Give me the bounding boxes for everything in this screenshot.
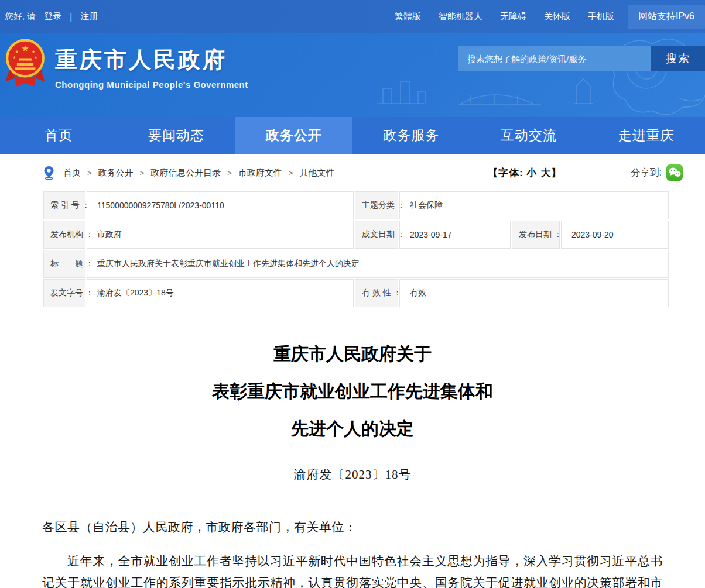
nav-item-interaction[interactable]: 互动交流: [470, 117, 588, 154]
issuing-agency-value: 市政府: [87, 221, 354, 249]
index-number-value: 11500000009275780L/2023-00110: [87, 191, 354, 219]
wechat-share-icon[interactable]: [666, 164, 683, 181]
share-label: 分享到:: [631, 167, 662, 179]
doc-title-label: 标 题 ：: [43, 250, 85, 278]
nav-item-home[interactable]: 首页: [0, 117, 118, 154]
crumb-info-catalog[interactable]: 政府信息公开目录: [150, 167, 221, 178]
search-input[interactable]: [458, 46, 651, 71]
publish-date-value: 2023-09-20: [561, 221, 669, 249]
location-pin-icon: [43, 166, 54, 180]
accessibility-link[interactable]: 无障碍: [491, 11, 535, 22]
crumb-gov-disclosure[interactable]: 政务公开: [98, 167, 134, 178]
share-group: 分享到:: [631, 164, 683, 181]
doc-number-value: 渝府发〔2023〕18号: [87, 279, 354, 307]
site-name: 重庆市人民政府: [55, 45, 248, 75]
topbar-account-area: 您好, 请 登录 | 注册: [0, 11, 98, 22]
document-meta-table: 索 引 号 ： 11500000009275780L/2023-00110 主题…: [42, 190, 670, 308]
meta-row-docno-validity: 发文字号 ： 渝府发〔2023〕18号 有 效 性 ： 有效: [43, 279, 669, 307]
svg-text:★: ★: [21, 43, 29, 53]
svg-text:★: ★: [32, 49, 36, 54]
written-date-value: 2023-09-17: [399, 221, 511, 249]
meta-row-agency-dates: 发布机构 ： 市政府 成文日期 ： 2023-09-17 发布日期 ： 2023…: [43, 221, 669, 249]
document-title-line2: 表彰重庆市就业创业工作先进集体和: [0, 373, 705, 410]
topbar-divider: |: [70, 12, 72, 22]
document-salutation: 各区县（自治县）人民政府，市政府各部门，有关单位：: [42, 517, 663, 538]
nav-item-about-chongqing[interactable]: 走进重庆: [587, 117, 705, 154]
nav-item-gov-disclosure[interactable]: 政务公开: [235, 117, 352, 154]
svg-text:★: ★: [34, 55, 37, 59]
meta-row-title: 标 题 ： 重庆市人民政府关于表彰重庆市就业创业工作先进集体和先进个人的决定: [43, 250, 669, 278]
crumb-city-gov-documents[interactable]: 市政府文件: [238, 167, 282, 178]
topbar: 您好, 请 登录 | 注册 繁體版 智能机器人 无障碍 关怀版 手机版 网站支持…: [0, 0, 705, 33]
search-button[interactable]: 搜索: [651, 46, 705, 71]
topbar-menu: 繁體版 智能机器人 无障碍 关怀版 手机版 网站支持IPv6: [386, 0, 705, 33]
svg-text:★: ★: [15, 49, 19, 54]
document-content: 重庆市人民政府关于 表彰重庆市就业创业工作先进集体和 先进个人的决定 渝府发〔2…: [0, 335, 705, 588]
crumb-separator: >: [289, 169, 293, 177]
doc-title-value: 重庆市人民政府关于表彰重庆市就业创业工作先进集体和先进个人的决定: [87, 250, 669, 278]
greeting-text: 您好, 请: [5, 11, 36, 22]
login-link[interactable]: 登录: [44, 11, 61, 22]
publish-date-label: 发布日期 ：: [512, 221, 560, 249]
svg-text:★: ★: [13, 55, 16, 59]
crumb-separator: >: [87, 169, 92, 177]
nav-item-news[interactable]: 要闻动态: [118, 117, 235, 154]
index-number-label: 索 引 号 ：: [43, 191, 85, 219]
doc-number-label: 发文字号 ：: [43, 279, 85, 307]
topic-category-label: 主题分类 ：: [355, 191, 398, 219]
ipv6-link[interactable]: 网站支持IPv6: [638, 11, 694, 23]
font-size-large-button[interactable]: 大】: [541, 166, 562, 180]
crumb-other-documents[interactable]: 其他文件: [299, 167, 334, 178]
senior-mode-link[interactable]: 关怀版: [535, 11, 579, 22]
ipv6-badge: 网站支持IPv6: [628, 5, 705, 29]
traditional-chinese-link[interactable]: 繁體版: [386, 11, 430, 22]
document-title: 重庆市人民政府关于 表彰重庆市就业创业工作先进集体和 先进个人的决定: [0, 335, 705, 448]
issuing-agency-label: 发布机构 ：: [43, 221, 85, 249]
robot-assistant-link[interactable]: 智能机器人: [430, 11, 491, 22]
topic-category-value: 社会保障: [399, 191, 669, 219]
crumb-separator: >: [140, 169, 145, 177]
page: 您好, 请 登录 | 注册 繁體版 智能机器人 无障碍 关怀版 手机版 网站支持…: [0, 0, 705, 588]
crumb-separator: >: [227, 169, 232, 177]
site-name-english: Chongqing Municipal People's Government: [55, 80, 248, 90]
document-body: 各区县（自治县）人民政府，市政府各部门，有关单位： 近年来，全市就业创业工作者坚…: [42, 517, 663, 588]
national-emblem-icon: ★ ★ ★ ★ ★: [5, 37, 46, 88]
nav-item-gov-services[interactable]: 政务服务: [352, 117, 470, 154]
breadcrumb: 首页 > 政务公开 > 政府信息公开目录 > 市政府文件 > 其他文件: [43, 166, 334, 180]
site-header: ★ ★ ★ ★ ★ 重庆市人民政府 Chongqing Municipal Pe…: [0, 33, 705, 117]
validity-label: 有 效 性 ：: [355, 279, 398, 307]
font-size-control: 【字体: 小 大】: [488, 166, 562, 180]
meta-row-index-topic: 索 引 号 ： 11500000009275780L/2023-00110 主题…: [43, 191, 669, 219]
register-link[interactable]: 注册: [80, 11, 98, 22]
mobile-version-link[interactable]: 手机版: [579, 11, 623, 22]
document-title-line1: 重庆市人民政府关于: [0, 335, 705, 373]
document-paragraph: 近年来，全市就业创业工作者坚持以习近平新时代中国特色社会主义思想为指导，深入学习…: [42, 551, 663, 588]
breadcrumb-tools: 【字体: 小 大】 分享到:: [488, 164, 683, 181]
font-size-label: 【字体:: [488, 166, 523, 180]
document-title-line3: 先进个人的决定: [0, 410, 705, 448]
validity-value: 有效: [399, 279, 669, 307]
site-title-block: 重庆市人民政府 Chongqing Municipal People's Gov…: [55, 37, 248, 90]
breadcrumb-row: 首页 > 政务公开 > 政府信息公开目录 > 市政府文件 > 其他文件 【字体:…: [0, 154, 705, 188]
site-search: 搜索: [458, 46, 705, 71]
written-date-label: 成文日期 ：: [355, 221, 398, 249]
site-logo[interactable]: ★ ★ ★ ★ ★ 重庆市人民政府 Chongqing Municipal Pe…: [5, 37, 248, 90]
font-size-small-button[interactable]: 小: [527, 166, 538, 180]
document-number: 渝府发〔2023〕18号: [0, 466, 705, 483]
crumb-home[interactable]: 首页: [63, 167, 81, 178]
main-nav: 首页 要闻动态 政务公开 政务服务 互动交流 走进重庆: [0, 117, 705, 154]
